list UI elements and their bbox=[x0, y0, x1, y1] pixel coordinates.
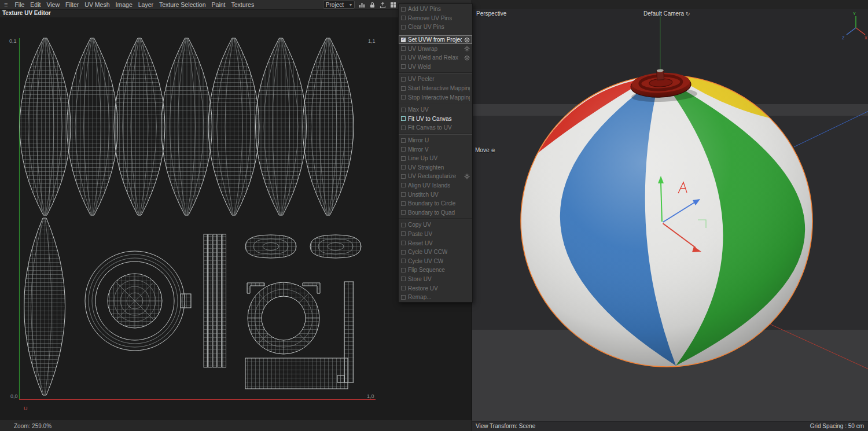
camera-cycle-icon[interactable]: ↻ bbox=[686, 11, 690, 17]
menu-item-uv-weld: UV Weld bbox=[399, 62, 472, 72]
uv-editor-statusbar: Zoom: 259.0% bbox=[0, 421, 472, 431]
menu-item-fit-uv-to-canvas[interactable]: Fit UV to Canvas bbox=[399, 115, 472, 124]
menu-item-label: Remap... bbox=[408, 294, 432, 300]
grid-spacing-status: Grid Spacing : 50 cm bbox=[810, 423, 864, 429]
gear-icon[interactable] bbox=[464, 55, 470, 61]
fit-canvas-icon bbox=[401, 126, 406, 130]
stats-icon[interactable] bbox=[359, 2, 365, 8]
cycle-ccw-icon bbox=[401, 250, 406, 255]
menu-item-set-uvw-from-projection[interactable]: Set UVW from Projection bbox=[399, 35, 472, 45]
menu-item-label: Start Interactive Mapping bbox=[408, 85, 470, 91]
pin-clear-icon bbox=[401, 25, 406, 30]
menu-file[interactable]: File bbox=[12, 1, 27, 8]
menu-item-boundary-to-quad: Boundary to Quad bbox=[399, 208, 472, 217]
menu-item-uv-unwrap: UV Unwrap bbox=[399, 44, 472, 53]
menu-separator bbox=[399, 103, 472, 104]
uv-editor-menu-items: FileEditViewFilterUV MeshImageLayerTextu… bbox=[12, 1, 257, 8]
menu-item-label: Cycle UV CCW bbox=[408, 249, 447, 255]
camera-label[interactable]: Default Camera ↻ bbox=[643, 10, 690, 17]
pin-add-icon bbox=[401, 7, 406, 12]
flip-icon bbox=[401, 268, 406, 272]
unwrap-icon bbox=[401, 46, 406, 51]
gear-icon[interactable] bbox=[464, 46, 470, 51]
gear-icon[interactable] bbox=[464, 37, 470, 43]
panel-title: Texture UV Editor bbox=[2, 10, 51, 16]
menu-item-label: Line Up UV bbox=[408, 155, 437, 161]
menu-item-uv-peeler: UV Peeler bbox=[399, 75, 472, 84]
menu-paint[interactable]: Paint bbox=[209, 1, 229, 8]
start-mapping-icon bbox=[401, 86, 406, 91]
uv-editor-toolbar-icons bbox=[359, 2, 396, 8]
menu-item-label: Max UV bbox=[408, 106, 429, 113]
menu-separator bbox=[399, 33, 472, 34]
ball-shading bbox=[521, 75, 812, 367]
gear-icon[interactable] bbox=[464, 174, 470, 179]
menu-item-mirror-v: Mirror V bbox=[399, 145, 472, 154]
cycle-cw-icon bbox=[401, 259, 406, 263]
menu-view[interactable]: View bbox=[43, 1, 62, 8]
weld-icon bbox=[401, 64, 406, 69]
mirror-u-icon bbox=[401, 138, 406, 143]
menu-item-label: Restore UV bbox=[408, 285, 438, 292]
u-axis-label: U bbox=[24, 406, 28, 411]
fit-uv-icon bbox=[401, 116, 406, 121]
menu-edit[interactable]: Edit bbox=[27, 1, 43, 8]
menu-item-unstitch-uv: Unstitch UV bbox=[399, 190, 472, 199]
straighten-icon bbox=[401, 165, 406, 170]
weld-relax-icon bbox=[401, 56, 406, 60]
axis-y-label: Y bbox=[853, 12, 856, 16]
menu-item-label: Boundary to Circle bbox=[408, 200, 455, 207]
remap-icon bbox=[401, 295, 406, 300]
menu-item-label: Reset UV bbox=[408, 240, 433, 246]
uv-island-ring[interactable] bbox=[247, 282, 320, 354]
menu-item-uv-weld-and-relax: UV Weld and Relax bbox=[399, 53, 472, 62]
paste-icon bbox=[401, 231, 406, 236]
view-label[interactable]: Perspective bbox=[476, 10, 506, 17]
viewport-3d-area[interactable]: Y Z X Perspective Default Camera ↻ Move … bbox=[472, 9, 868, 431]
project-dropdown-label: Project bbox=[326, 2, 344, 8]
menu-item-stop-interactive-mapping: Stop Interactive Mapping bbox=[399, 93, 472, 102]
upload-icon[interactable] bbox=[380, 2, 386, 8]
checkbox-icon bbox=[401, 38, 406, 42]
world-z-axis-line bbox=[794, 111, 868, 147]
store-icon bbox=[401, 277, 406, 281]
menu-item-label: Align UV Islands bbox=[408, 182, 450, 189]
lock-icon[interactable] bbox=[369, 2, 376, 8]
axis-z-label: Z bbox=[842, 36, 845, 40]
menu-item-boundary-to-circle: Boundary to Circle bbox=[399, 199, 472, 208]
menu-uv-mesh[interactable]: UV Mesh bbox=[82, 1, 112, 8]
menu-item-label: UV Unwrap bbox=[408, 46, 437, 52]
active-tool-label: Move ⊕ bbox=[475, 147, 495, 153]
move-tool-icon: ⊕ bbox=[491, 148, 495, 153]
menu-item-label: Store UV bbox=[408, 276, 432, 282]
uv-island-strips[interactable] bbox=[204, 234, 226, 367]
menu-item-label: UV Straighten bbox=[408, 164, 444, 171]
valve[interactable] bbox=[630, 67, 698, 103]
rectangularize-icon bbox=[401, 174, 406, 179]
menu-item-label: Clear UV Pins bbox=[408, 24, 444, 30]
hamburger-icon[interactable]: ≡ bbox=[0, 1, 12, 8]
chevron-down-icon: ▾ bbox=[350, 2, 352, 8]
boundary-circle-icon bbox=[401, 201, 406, 206]
menu-item-label: Add UV Pins bbox=[408, 6, 441, 12]
menu-item-store-uv: Store UV bbox=[399, 275, 472, 284]
menu-item-uv-straighten: UV Straighten bbox=[399, 163, 472, 172]
uv-island-blobs[interactable] bbox=[245, 235, 361, 258]
menu-texture-selection[interactable]: Texture Selection bbox=[156, 1, 209, 8]
menu-item-start-interactive-mapping: Start Interactive Mapping bbox=[399, 84, 472, 93]
menu-item-restore-uv: Restore UV bbox=[399, 283, 472, 293]
menu-filter[interactable]: Filter bbox=[62, 1, 82, 8]
menu-item-label: Boundary to Quad bbox=[408, 209, 455, 216]
menu-item-mirror-u: Mirror U bbox=[399, 136, 472, 145]
menu-image[interactable]: Image bbox=[113, 1, 135, 8]
menu-item-line-up-uv: Line Up UV bbox=[399, 154, 472, 163]
menu-textures[interactable]: Textures bbox=[228, 1, 257, 8]
menu-layer[interactable]: Layer bbox=[135, 1, 156, 8]
application-window: ≡ FileEditViewFilterUV MeshImageLayerTex… bbox=[0, 0, 868, 431]
beach-ball[interactable] bbox=[521, 67, 812, 367]
grid-icon[interactable] bbox=[390, 2, 396, 8]
uv-island-valve-rings[interactable] bbox=[85, 251, 191, 351]
project-dropdown[interactable]: Project ▾ bbox=[323, 1, 355, 9]
menu-item-label: UV Peeler bbox=[408, 76, 435, 82]
menu-item-copy-uv: Copy UV bbox=[399, 220, 472, 230]
